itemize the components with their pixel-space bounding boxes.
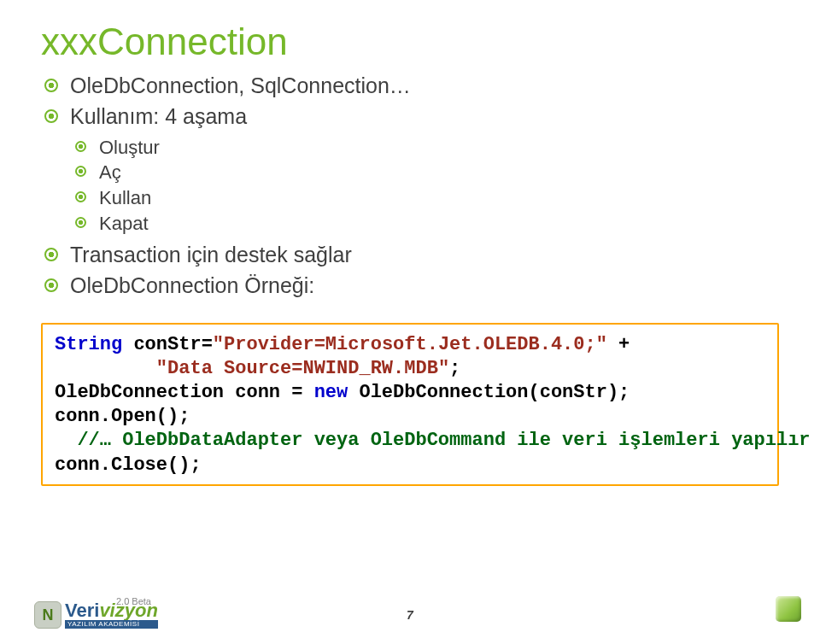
bullet-list: OleDbConnection, SqlConnection… Kullanım… bbox=[43, 72, 782, 301]
sub-bullet-item: Oluştur bbox=[75, 135, 782, 161]
bullet-item: Transaction için destek sağlar bbox=[43, 241, 782, 270]
code-text: conStr= bbox=[122, 334, 213, 355]
code-text: OleDbConnection(conStr); bbox=[348, 382, 630, 403]
logo-text-block: Verivizyon YAZILIM AKADEMİSİ bbox=[65, 601, 158, 629]
page-number: 7 bbox=[407, 608, 413, 622]
code-keyword: String bbox=[55, 334, 122, 355]
code-text: OleDbConnection conn = bbox=[55, 382, 314, 403]
sub-bullet-text: Oluştur bbox=[99, 137, 160, 158]
code-text: conn.Open(); bbox=[55, 406, 190, 427]
sub-bullet-item: Kullan bbox=[75, 185, 782, 211]
bullet-text: Kullanım: 4 aşama bbox=[70, 104, 247, 128]
sub-bullet-item: Kapat bbox=[75, 211, 782, 237]
code-keyword: new bbox=[314, 382, 348, 403]
sub-bullet-text: Aç bbox=[99, 161, 121, 183]
code-string: "Provider=Microsoft.Jet.OLEDB.4.0;" bbox=[213, 334, 607, 355]
logo-name-part-a: Veri bbox=[65, 600, 99, 621]
code-string: "Data Source=NWIND_RW.MDB" bbox=[156, 358, 449, 379]
logo-name: Verivizyon bbox=[65, 601, 158, 620]
logo-name-part-b: vizyon bbox=[99, 600, 157, 621]
bullet-item: OleDbConnection, SqlConnection… bbox=[43, 72, 782, 101]
bullet-item: Kullanım: 4 aşama Oluştur Aç Kullan Kapa… bbox=[43, 102, 782, 237]
logo-subtitle: YAZILIM AKADEMİSİ bbox=[65, 620, 158, 629]
code-text: + bbox=[607, 334, 630, 355]
code-example: String conStr="Provider=Microsoft.Jet.OL… bbox=[41, 323, 779, 486]
corner-decoration-icon bbox=[776, 596, 801, 622]
code-comment: //… OleDbDataAdapter veya OleDbCommand i… bbox=[55, 430, 811, 451]
bullet-item: OleDbConnection Örneği: bbox=[43, 272, 782, 301]
code-text: ; bbox=[449, 358, 460, 379]
logo-row: N Verivizyon YAZILIM AKADEMİSİ bbox=[34, 601, 158, 629]
sub-bullet-list: Oluştur Aç Kullan Kapat bbox=[75, 135, 782, 237]
code-text bbox=[55, 358, 156, 379]
sub-bullet-text: Kullan bbox=[99, 187, 151, 208]
slide-footer: 7 2.0 Beta N Verivizyon YAZILIM AKADEMİS… bbox=[0, 560, 820, 629]
bullet-text: Transaction için destek sağlar bbox=[70, 243, 352, 266]
slide-title: xxxConnection bbox=[41, 20, 782, 63]
logo-badge-icon: N bbox=[34, 601, 62, 629]
sub-bullet-item: Aç bbox=[75, 160, 782, 185]
slide: xxxConnection OleDbConnection, SqlConnec… bbox=[0, 0, 820, 644]
sub-bullet-text: Kapat bbox=[99, 213, 149, 234]
bullet-text: OleDbConnection Örneği: bbox=[70, 273, 314, 297]
bullet-text: OleDbConnection, SqlConnection… bbox=[70, 73, 411, 97]
brand-logo: 2.0 Beta N Verivizyon YAZILIM AKADEMİSİ bbox=[34, 596, 158, 629]
code-text: conn.Close(); bbox=[55, 454, 202, 476]
logo-badge-letter: N bbox=[43, 606, 54, 624]
